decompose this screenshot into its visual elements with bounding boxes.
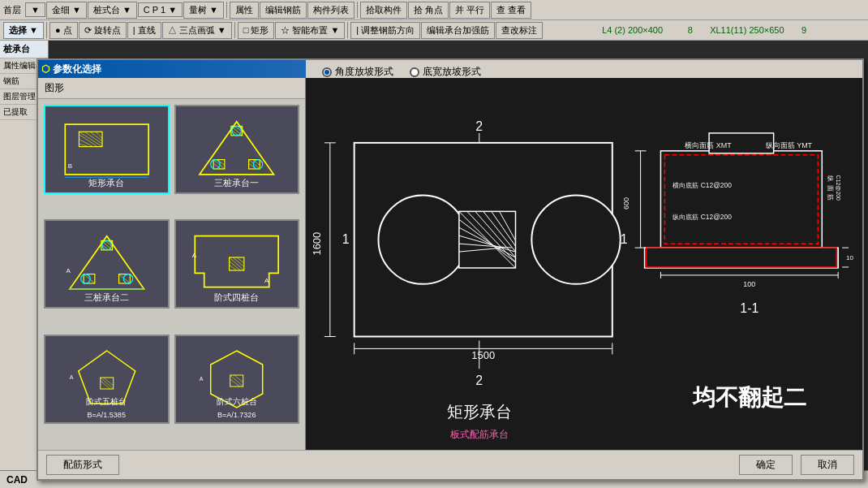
toolbar-arc[interactable]: △ 三点画弧 ▼ — [162, 22, 232, 39]
svg-marker-27 — [70, 236, 144, 289]
toolbar-label: 首层 — [3, 4, 21, 16]
cancel-btn[interactable]: 取消 — [801, 455, 854, 475]
toolbar-select[interactable]: 选择 ▼ — [3, 22, 44, 39]
toolbar-shu[interactable]: 量树 ▼ — [183, 2, 224, 19]
shapes-panel: 图形 — [38, 78, 306, 450]
svg-rect-0 — [65, 124, 148, 175]
toolbar-adjust-rebar-dir[interactable]: | 调整钢筋方向 — [350, 22, 420, 39]
toolbar-row1: 首层 ▼ 金细 ▼ 桩式台 ▼ C P 1 ▼ 量树 ▼ 属性 编辑钢筋 构件列… — [0, 0, 868, 20]
confirm-cancel-area: 确定 取消 — [739, 455, 854, 475]
svg-text:1-1: 1-1 — [740, 301, 758, 315]
svg-text:1500: 1500 — [471, 349, 495, 361]
svg-text:600: 600 — [622, 197, 630, 209]
shape-item-step5-cap[interactable]: A 阶式五桩台 B=A/1.5385 — [44, 335, 170, 424]
toolbar-edit-cap[interactable]: 编辑承台加强筋 — [421, 22, 495, 39]
shape-svg-rect-cap: B — [52, 117, 161, 182]
parametric-dialog: ⬡ 参数化选择 _ □ ✕ 角度放坡形式 底宽放坡形式 图形 — [37, 58, 864, 481]
toolbar-component-list[interactable]: 构件列表 — [307, 2, 355, 19]
toolbar-smart-layout[interactable]: ☆ 智能布置 ▼ — [275, 22, 345, 39]
svg-text:100: 100 — [743, 280, 755, 288]
toolbar-row2: 选择 ▼ ● 点 ⟳ 旋转点 | 直线 △ 三点画弧 ▼ □ 矩形 ☆ 智能布置… — [0, 20, 868, 41]
radio-width-label: 底宽放坡形式 — [423, 65, 481, 79]
svg-line-61 — [234, 375, 243, 382]
svg-text:2: 2 — [475, 119, 483, 133]
svg-text:面: 面 — [827, 185, 834, 192]
svg-text:横向面筋 XMT: 横向面筋 XMT — [685, 141, 732, 149]
shape-svg-tri3-cap2: A — [52, 231, 161, 296]
svg-text:1: 1 — [621, 232, 628, 246]
sep3 — [46, 22, 47, 38]
svg-text:横向底筋 C12@200: 横向底筋 C12@200 — [672, 181, 732, 189]
svg-text:10: 10 — [846, 254, 853, 261]
svg-line-60 — [230, 379, 240, 387]
svg-text:均不翻起二: 均不翻起二 — [692, 385, 806, 410]
radio-width-slope[interactable]: 底宽放坡形式 — [410, 65, 481, 79]
shape-label-step6-cap: 阶式六桩台 — [176, 396, 299, 408]
shape-label-tri3-cap1: 三桩承台一 — [214, 177, 259, 189]
shape-item-step4-cap[interactable]: A A 阶式四桩台 — [174, 219, 300, 309]
shape-label-step4-cap: 阶式四桩台 — [214, 292, 259, 304]
shape-item-rect-cap[interactable]: B 矩形承台 — [44, 105, 170, 194]
toolbar-attr[interactable]: 属性 — [230, 2, 259, 19]
toolbar-parallel[interactable]: 并 平行 — [449, 2, 490, 19]
sep5 — [347, 22, 348, 38]
cad-drawing: 1500 1600 2 2 1 1 矩形承台 板式配筋承台 — [306, 78, 862, 450]
toolbar-rotate-point[interactable]: ⟳ 旋转点 — [79, 22, 127, 39]
svg-text:板式配筋承台: 板式配筋承台 — [449, 429, 509, 440]
svg-text:筋: 筋 — [827, 194, 834, 201]
toolbar-cp1[interactable]: C P 1 ▼ — [138, 2, 183, 17]
dialog-content: 图形 — [38, 78, 862, 450]
toolbar-edit-mark[interactable]: 查改标注 — [496, 22, 543, 39]
toolbar-corner[interactable]: 拾 角点 — [408, 2, 449, 19]
svg-line-47 — [237, 257, 244, 263]
radio-angle-label: 角度放坡形式 — [335, 65, 393, 79]
radio-angle-slope[interactable]: 角度放坡形式 — [322, 65, 393, 79]
svg-line-53 — [100, 378, 113, 389]
radio-circle-width — [410, 67, 419, 77]
svg-line-2 — [79, 132, 102, 146]
svg-text:A: A — [69, 374, 73, 380]
toolbar-line[interactable]: | 直线 — [127, 22, 161, 39]
sidebar-item-cap[interactable]: 桩承台 — [0, 41, 48, 58]
toolbar-view[interactable]: 查 查看 — [491, 2, 531, 19]
svg-marker-11 — [200, 122, 273, 175]
shape-item-tri3-cap1[interactable]: 三桩承台一 — [174, 105, 300, 194]
sep2 — [357, 2, 358, 18]
statusbar-cad-label: CAD — [6, 474, 28, 486]
toolbar-pick-component[interactable]: 拾取构件 — [360, 2, 407, 19]
toolbar-edit-rebar[interactable]: 编辑钢筋 — [260, 2, 307, 19]
toolbar-firstfloor[interactable]: ▼ — [25, 2, 45, 17]
cad-panel: 1500 1600 2 2 1 1 矩形承台 板式配筋承台 — [306, 78, 862, 450]
svg-text:2: 2 — [475, 374, 483, 387]
svg-point-76 — [531, 195, 620, 283]
toolbar-rect[interactable]: □ 矩形 — [238, 22, 275, 39]
toolbar-jincell[interactable]: 金细 ▼ — [46, 2, 87, 19]
shape-formula-step6: B=A/1.7326 — [176, 411, 299, 419]
radio-circle-angle — [322, 67, 332, 77]
shape-item-step6-cap[interactable]: A 阶式六桩台 B=A/1.7326 — [174, 335, 300, 424]
toolbar-zdtai[interactable]: 桩式台 ▼ — [88, 2, 137, 19]
svg-text:1600: 1600 — [311, 232, 323, 256]
toolbar-dim-label: L4 (2) 200×400 8 XL11(11) 250×650 9 — [544, 25, 865, 35]
svg-text:A: A — [200, 376, 204, 382]
shape-svg-step4-cap: A A — [182, 231, 291, 296]
confirm-btn[interactable]: 确定 — [739, 455, 793, 475]
svg-text:纵: 纵 — [827, 175, 834, 182]
svg-line-5 — [96, 132, 102, 138]
svg-rect-94 — [645, 248, 839, 268]
shapes-grid[interactable]: B 矩形承台 — [38, 99, 305, 450]
dialog-icon: ⬡ — [41, 63, 49, 75]
dialog-title-area: ⬡ 参数化选择 — [41, 63, 101, 76]
dialog-title: 参数化选择 — [53, 63, 101, 76]
toolbar-point[interactable]: ● 点 — [49, 22, 78, 39]
dialog-buttons: 配筋形式 确定 取消 — [38, 450, 862, 479]
svg-point-63 — [378, 195, 466, 283]
config-rebar-btn[interactable]: 配筋形式 — [46, 455, 119, 475]
shape-label-step5-cap: 阶式五桩台 — [45, 396, 168, 408]
svg-line-3 — [84, 132, 102, 144]
svg-text:1: 1 — [342, 232, 350, 246]
svg-text:纵向底筋 C12@200: 纵向底筋 C12@200 — [672, 213, 732, 221]
shape-svg-tri3-cap1 — [182, 117, 291, 182]
svg-line-45 — [230, 265, 237, 270]
shape-item-tri3-cap2[interactable]: A 三桩承台二 — [44, 219, 170, 309]
